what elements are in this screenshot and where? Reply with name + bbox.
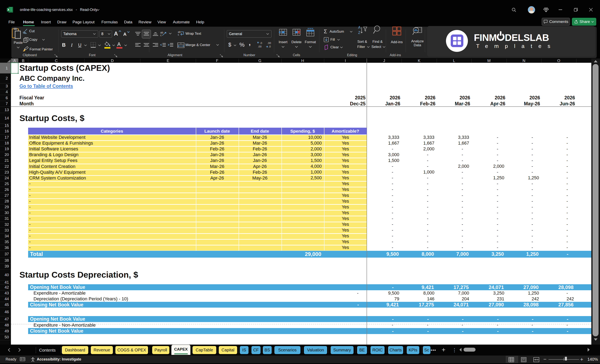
svg-text:ab: ab (178, 31, 181, 34)
svg-text:c: c (160, 34, 162, 37)
svg-text:.0: .0 (260, 42, 262, 45)
svg-text:Z: Z (358, 31, 360, 35)
svg-text:.0: .0 (269, 45, 271, 48)
svg-text:A: A (358, 25, 361, 29)
svg-text:.00: .00 (267, 42, 271, 45)
svg-text:c: c (178, 33, 179, 36)
svg-text:.00: .00 (258, 45, 262, 48)
svg-text:X: X (8, 8, 9, 11)
